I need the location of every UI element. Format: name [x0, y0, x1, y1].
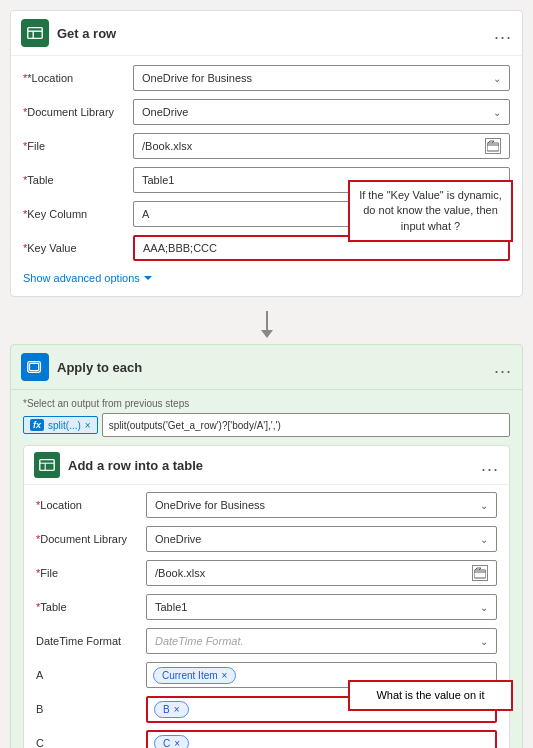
add-row-header: Add a row into a table ... [24, 446, 509, 485]
file-row: *File /Book.xlsx [23, 132, 510, 160]
connector-wrap [261, 311, 273, 338]
doc-library-chevron-icon: ⌄ [493, 107, 501, 118]
formula-row: fx split(...) × split(outputs('Get_a_row… [23, 413, 510, 437]
apply-icon [21, 353, 49, 381]
sub-location-chevron-icon: ⌄ [480, 500, 488, 511]
sub-table-label: *Table [36, 601, 146, 613]
datetime-chevron-icon: ⌄ [480, 636, 488, 647]
document-library-row: *Document Library OneDrive ⌄ [23, 98, 510, 126]
svg-rect-9 [474, 570, 486, 578]
svg-rect-6 [40, 460, 54, 471]
sub-table-dropdown[interactable]: Table1 ⌄ [146, 594, 497, 620]
excel-icon [34, 452, 60, 478]
sub-location-label: *Location [36, 499, 146, 511]
callout-value-on-it: What is the value on it [348, 680, 513, 711]
svg-rect-0 [28, 28, 42, 39]
sub-doc-library-dropdown[interactable]: OneDrive ⌄ [146, 526, 497, 552]
sub-doc-library-row: *Document Library OneDrive ⌄ [36, 525, 497, 553]
field-a-label: A [36, 669, 146, 681]
location-chevron-icon: ⌄ [493, 73, 501, 84]
file-input[interactable]: /Book.xlsx [133, 133, 510, 159]
add-row-title: Add a row into a table [68, 458, 481, 473]
sub-table-row: *Table Table1 ⌄ [36, 593, 497, 621]
chip-c-remove[interactable]: × [174, 738, 180, 749]
sub-location-row: *Location OneDrive for Business ⌄ [36, 491, 497, 519]
sub-folder-icon [474, 567, 486, 579]
svg-rect-5 [30, 363, 39, 370]
svg-rect-3 [487, 143, 499, 151]
key-value-label: *Key Value [23, 242, 133, 254]
formula-input[interactable]: split(outputs('Get_a_row')?['body/A'],',… [102, 413, 510, 437]
sub-location-dropdown[interactable]: OneDrive for Business ⌄ [146, 492, 497, 518]
sub-file-picker-icon[interactable] [472, 565, 488, 581]
field-c-row: C C × [36, 729, 497, 748]
apply-to-each-menu[interactable]: ... [494, 357, 512, 378]
show-advanced-button[interactable]: Show advanced options [23, 268, 510, 288]
get-row-icon [21, 19, 49, 47]
table-icon [26, 24, 44, 42]
fx-icon: fx [30, 419, 44, 431]
add-row-menu[interactable]: ... [481, 455, 499, 476]
connector-line [266, 311, 268, 331]
datetime-dropdown[interactable]: DateTime Format. ⌄ [146, 628, 497, 654]
get-row-body: **Location OneDrive for Business ⌄ *Docu… [11, 56, 522, 296]
sub-table-chevron-icon: ⌄ [480, 602, 488, 613]
connector [10, 305, 523, 344]
get-row-menu[interactable]: ... [494, 23, 512, 44]
datetime-label: DateTime Format [36, 635, 146, 647]
location-row: **Location OneDrive for Business ⌄ [23, 64, 510, 92]
token-remove-icon[interactable]: × [85, 420, 91, 431]
excel-table-icon [38, 456, 56, 474]
sub-doc-library-chevron-icon: ⌄ [480, 534, 488, 545]
get-a-row-header: Get a row ... [11, 11, 522, 56]
chip-b[interactable]: B × [154, 701, 189, 718]
location-dropdown[interactable]: OneDrive for Business ⌄ [133, 65, 510, 91]
datetime-row: DateTime Format DateTime Format. ⌄ [36, 627, 497, 655]
folder-icon [487, 140, 499, 152]
connector-arrow-icon [261, 330, 273, 338]
key-column-label: *Key Column [23, 208, 133, 220]
field-b-label: B [36, 703, 146, 715]
apply-to-each-header: Apply to each ... [11, 345, 522, 390]
location-label: **Location [23, 72, 133, 84]
field-c-input[interactable]: C × [146, 730, 497, 749]
chip-b-remove[interactable]: × [174, 704, 180, 715]
file-picker-icon[interactable] [485, 138, 501, 154]
sub-file-input[interactable]: /Book.xlsx [146, 560, 497, 586]
sub-file-label: *File [36, 567, 146, 579]
get-row-title: Get a row [57, 26, 494, 41]
sub-doc-library-label: *Document Library [36, 533, 146, 545]
file-label: *File [23, 140, 133, 152]
sub-file-row: *File /Book.xlsx [36, 559, 497, 587]
current-item-chip[interactable]: Current Item × [153, 667, 236, 684]
chip-c[interactable]: C × [154, 735, 189, 749]
show-advanced-chevron-icon [144, 276, 152, 280]
callout-key-value: If the "Key Value" is dynamic, do not kn… [348, 180, 513, 242]
doc-library-dropdown[interactable]: OneDrive ⌄ [133, 99, 510, 125]
token-label: split(...) [48, 420, 81, 431]
select-output-label: *Select an output from previous steps [23, 398, 510, 409]
apply-to-each-title: Apply to each [57, 360, 494, 375]
field-c-label: C [36, 737, 146, 748]
doc-library-label: *Document Library [23, 106, 133, 118]
table-label: *Table [23, 174, 133, 186]
split-token[interactable]: fx split(...) × [23, 416, 98, 434]
loop-icon [26, 358, 44, 376]
chip-a-remove[interactable]: × [222, 670, 228, 681]
